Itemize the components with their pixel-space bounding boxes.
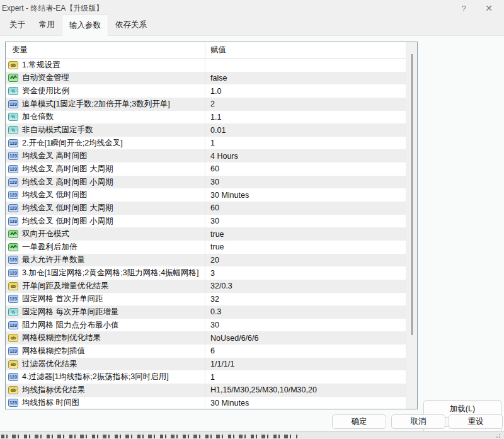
param-value[interactable]: 3 <box>205 266 406 280</box>
bool-type-icon <box>8 230 18 238</box>
reset-button[interactable]: 重设 <box>449 414 503 429</box>
param-name: 自动资金管理 <box>22 72 69 83</box>
tab-inputs[interactable]: 输入参数 <box>62 14 108 36</box>
window-title: Expert - 终结者-EA【升级版】 <box>2 3 103 14</box>
int-type-icon: 123 <box>8 152 18 160</box>
table-row[interactable]: 123 均线金叉 高时间图 小周期 30 <box>6 176 406 189</box>
param-name: 均线金叉 低时间图 <box>22 190 87 200</box>
param-name: 4.过滤器[1均线指标;2振荡指标;3同时启用] <box>22 372 169 382</box>
resize-grip-icon <box>495 433 500 438</box>
double-type-icon: ½ <box>8 126 18 134</box>
table-row[interactable]: 123 均线金叉 高时间图 大周期 60 <box>6 162 406 176</box>
param-name: 均线金叉 低时间图 大周期 <box>22 203 113 214</box>
param-value[interactable]: 0.01 <box>205 123 406 137</box>
param-value[interactable]: true <box>205 227 406 241</box>
table-row[interactable]: 123 最大允许开单数量 20 <box>6 254 406 267</box>
table-row[interactable]: 自动资金管理 false <box>6 72 406 85</box>
param-value[interactable]: 0.3 <box>205 305 406 319</box>
param-value[interactable]: 30 <box>205 176 406 189</box>
param-value[interactable]: true <box>205 241 406 254</box>
table-header: 变量 赋值 <box>6 42 417 59</box>
scrollbar-thumb[interactable] <box>411 54 413 335</box>
string-type-icon: ab <box>8 334 18 342</box>
param-name: 双向开仓模式 <box>22 229 69 239</box>
int-type-icon: 123 <box>8 217 18 225</box>
param-value[interactable]: 60 <box>205 162 406 176</box>
table-row[interactable]: ½ 固定网格 每次开单间距增量 0.3 <box>6 305 406 319</box>
int-type-icon: 123 <box>8 191 18 199</box>
table-row[interactable]: ½ 加仓倍数 1.1 <box>6 111 406 124</box>
table-row[interactable]: 123 均线金叉 低时间图 大周期 60 <box>6 202 406 215</box>
param-value[interactable]: 60 <box>205 202 406 215</box>
param-value[interactable]: 32 <box>205 293 406 306</box>
table-row[interactable]: 123 均线金叉 高时间图 4 Hours <box>6 149 406 162</box>
table-row[interactable]: 双向开仓模式 true <box>6 227 406 241</box>
param-value[interactable]: H1,15/M30,25/M30,10/M30,20 <box>205 384 406 397</box>
table-row[interactable]: ½ 非自动模式固定手数 0.01 <box>6 123 406 137</box>
table-row[interactable]: 123 阻力网格 阻力点分布最小值 30 <box>6 319 406 332</box>
table-row[interactable]: ab 开单间距及增量优化结果 32/0.3 <box>6 280 406 293</box>
int-type-icon: 123 <box>8 373 18 381</box>
param-value[interactable]: 32/0.3 <box>205 280 406 293</box>
param-value[interactable] <box>205 59 406 72</box>
param-value[interactable]: 20 <box>205 254 406 267</box>
inputs-page: 变量 赋值 ab 1.常规设置 自动资金管理 false ½ 资金使用比例 1.… <box>0 35 504 431</box>
int-type-icon: 123 <box>8 321 18 329</box>
table-row[interactable]: ½ 资金使用比例 1.0 <box>6 84 406 98</box>
table-row[interactable]: 123 均线金叉 低时间图 小周期 30 <box>6 215 406 228</box>
table-row[interactable]: 123 2.开仓[1瞬间开仓;2均线金叉] 1 <box>6 137 406 150</box>
table-row[interactable]: 123 4.过滤器[1均线指标;2振荡指标;3同时启用] 1 <box>6 370 406 384</box>
ok-button[interactable]: 确定 <box>332 414 386 429</box>
param-name: 均线金叉 高时间图 大周期 <box>22 164 113 174</box>
int-type-icon: 123 <box>8 256 18 264</box>
param-name: 网格模糊控制优化结果 <box>22 333 101 343</box>
vertical-scrollbar[interactable] <box>406 42 417 409</box>
table-row[interactable]: ab 1.常规设置 <box>6 59 406 72</box>
param-name: 固定网格 首次开单间距 <box>22 294 103 304</box>
param-value[interactable]: 30 <box>205 215 406 228</box>
table-row[interactable]: 一单盈利后加倍 true <box>6 241 406 254</box>
param-value[interactable]: 1.0 <box>205 84 406 98</box>
param-name: 网格模糊控制插值 <box>22 346 85 356</box>
param-value[interactable]: 30 Minutes <box>205 397 406 409</box>
param-value[interactable]: 4 Hours <box>205 149 406 162</box>
int-type-icon: 123 <box>8 139 18 147</box>
table-row[interactable]: ab 网格模糊控制优化结果 NoUsed/6/6/6 <box>6 331 406 345</box>
int-type-icon: 123 <box>8 347 18 355</box>
string-type-icon: ab <box>8 360 18 368</box>
param-value[interactable]: 6 <box>205 345 406 358</box>
table-row[interactable]: ab 均线指标优化结果 H1,15/M30,25/M30,10/M30,20 <box>6 384 406 397</box>
table-row[interactable]: 123 均线金叉 低时间图 30 Minutes <box>6 188 406 202</box>
tab-dependencies[interactable]: 依存关系 <box>108 15 154 35</box>
double-type-icon: ½ <box>8 308 18 316</box>
double-type-icon: ½ <box>8 113 18 121</box>
cancel-button[interactable]: 取消 <box>391 414 445 429</box>
param-name: 过滤器优化结果 <box>22 359 77 370</box>
column-header-variable: 变量 <box>6 42 205 58</box>
table-row[interactable]: 123 追单模式[1固定手数;2加倍开单;3数列开单] 2 <box>6 98 406 111</box>
table-row[interactable]: 123 3.加仓[1固定网格;2黄金网格;3阻力网格;4振幅网格] 3 <box>6 266 406 280</box>
param-value[interactable]: 30 Minutes <box>205 188 406 202</box>
param-value[interactable]: 1/1/1/1 <box>205 358 406 371</box>
cutoff-text-artifact <box>1 435 297 438</box>
string-type-icon: ab <box>8 61 18 69</box>
param-value[interactable]: NoUsed/6/6/6 <box>205 331 406 345</box>
tab-about[interactable]: 关于 <box>3 15 32 35</box>
param-value[interactable]: 1 <box>205 137 406 150</box>
help-button[interactable]: ? <box>451 1 476 16</box>
param-value[interactable]: 30 <box>205 319 406 332</box>
bool-type-icon <box>8 74 18 82</box>
table-row[interactable]: 123 固定网格 首次开单间距 32 <box>6 293 406 306</box>
close-icon[interactable]: ✕ <box>476 1 501 16</box>
param-value[interactable]: false <box>205 72 406 85</box>
param-name: 均线指标 时间图 <box>22 397 79 408</box>
param-value[interactable]: 1 <box>205 370 406 384</box>
param-value[interactable]: 2 <box>205 98 406 111</box>
tab-common[interactable]: 常用 <box>32 15 62 35</box>
param-name: 开单间距及增量优化结果 <box>22 281 109 292</box>
double-type-icon: ½ <box>8 87 18 95</box>
table-row[interactable]: ab 过滤器优化结果 1/1/1/1 <box>6 358 406 371</box>
table-row[interactable]: 123 网格模糊控制插值 6 <box>6 345 406 358</box>
table-row[interactable]: 123 均线指标 时间图 30 Minutes <box>6 397 406 409</box>
param-value[interactable]: 1.1 <box>205 111 406 124</box>
